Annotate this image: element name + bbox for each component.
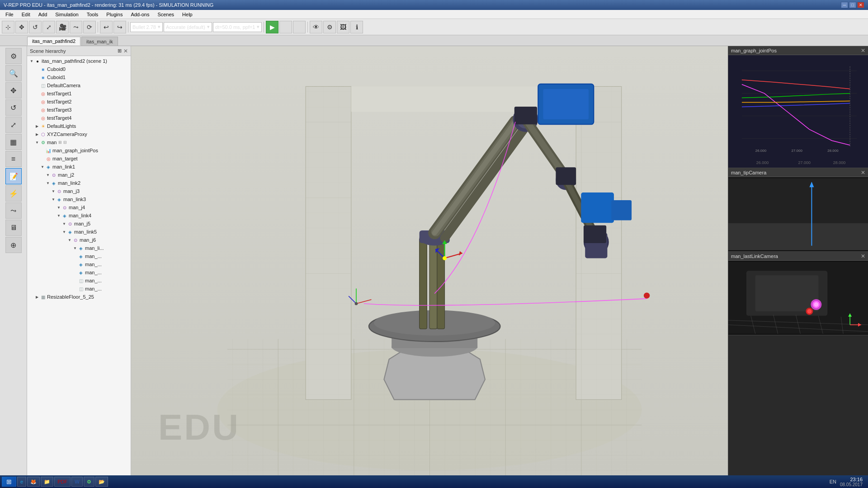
tree-item-man-link4[interactable]: ▼ ◈ man_link4 (27, 211, 131, 220)
tab-pathfind2[interactable]: itas_man_pathfind2 (27, 37, 80, 46)
stop-button[interactable]: ⏹ (293, 21, 306, 33)
sidebar-collision-btn[interactable]: ⚡ (5, 185, 22, 202)
separator-3 (264, 22, 264, 33)
scene-panel-expand-btn[interactable]: ⊞ (118, 48, 122, 54)
graph-panel-header: man_graph_jointPos ✕ (728, 46, 868, 55)
menu-addons[interactable]: Add-ons (127, 11, 153, 18)
tree-item-man-j5[interactable]: ▼ ⊙ man_j5 (27, 220, 131, 228)
scene-panel-close-btn[interactable]: ✕ (123, 48, 128, 54)
sidebar-ui-btn[interactable]: 🖥 (5, 220, 22, 236)
graph-panel-close[interactable]: ✕ (861, 47, 865, 54)
toolbar-camera[interactable]: 🎥 (56, 21, 69, 33)
menu-file[interactable]: File (2, 11, 17, 18)
tree-item-xyz-proxy[interactable]: ▶ ⬡ XYZCameraProxy (27, 130, 131, 138)
toolbar-undo[interactable]: ↩ (100, 21, 113, 33)
toolbar-redo[interactable]: ↪ (113, 21, 126, 33)
sidebar-script-btn[interactable]: 📝 (5, 168, 22, 184)
calc-mode-dropdown[interactable]: Accurate (default) ▾ (164, 22, 212, 32)
tree-item-man-j6[interactable]: ▼ ⊙ man_j6 (27, 236, 131, 244)
minimize-button[interactable]: ─ (841, 2, 848, 8)
viewport-3d[interactable]: EDU (131, 46, 728, 475)
tree-item-man-sub1[interactable]: ◈ man_... (27, 252, 131, 260)
tree-item-man-sub3[interactable]: ◈ man_... (27, 268, 131, 277)
scene-panel-title: Scene hierarchy (30, 48, 66, 54)
toolbar-move[interactable]: ✥ (15, 21, 28, 33)
toolbar-ik[interactable]: ⟳ (83, 21, 96, 33)
tree-item-man-target[interactable]: ◎ man_target (27, 155, 131, 163)
sidebar-layers-btn[interactable]: ≡ (5, 151, 22, 167)
taskbar-ie[interactable]: e (17, 477, 26, 487)
menu-plugins[interactable]: Plugins (103, 11, 126, 18)
tree-item-man-sub2[interactable]: ◈ man_... (27, 260, 131, 268)
toolbar-rotate[interactable]: ↺ (29, 21, 42, 33)
vrep-icon: ⚙ (87, 479, 91, 485)
toolbar-path[interactable]: ⤳ (70, 21, 82, 33)
graph-icon: 📊 (45, 147, 52, 154)
tree-item-test-target2[interactable]: ◎ testTarget2 (27, 98, 131, 106)
sidebar-addon-btn[interactable]: ⊕ (5, 237, 22, 253)
tree-item-default-lights[interactable]: ▶ ☀ DefaultLights (27, 122, 131, 130)
taskbar-word[interactable]: W (71, 477, 82, 487)
menu-simulation[interactable]: Simulation (52, 11, 82, 18)
menu-help[interactable]: Help (179, 11, 196, 18)
tree-item-man-link5[interactable]: ▼ ◈ man_link5 (27, 228, 131, 236)
play-button[interactable]: ▶ (266, 21, 278, 33)
sub4-icon: ◫ (78, 277, 84, 284)
tree-item-man-j4[interactable]: ▼ ⊙ man_j4 (27, 203, 131, 211)
toolbar-render[interactable]: 🖼 (337, 21, 349, 33)
menu-add[interactable]: Add (35, 11, 51, 18)
tree-item-cuboid1[interactable]: ■ Cuboid1 (27, 73, 131, 81)
tree-item-test-target3[interactable]: ◎ testTarget3 (27, 106, 131, 114)
toolbar-info[interactable]: ℹ (350, 21, 363, 33)
physics-engine-label: Bullet 2.78 (132, 24, 156, 30)
lastlink-camera-close[interactable]: ✕ (861, 253, 865, 259)
tree-item-man-graph[interactable]: 📊 man_graph_jointPos (27, 146, 131, 155)
dt-dropdown[interactable]: dt=50.0 ms, ppf=1 ▾ (213, 22, 262, 32)
tree-item-man-j3[interactable]: ▼ ⊙ man_j3 (27, 187, 131, 195)
sidebar-move-btn[interactable]: ✥ (5, 82, 22, 99)
sidebar-scale-btn[interactable]: ⤢ (5, 117, 22, 133)
spacer (34, 83, 40, 88)
close-button[interactable]: ✕ (857, 2, 864, 8)
tree-item-scene[interactable]: ▼ ● itas_man_pathfind2 (scene 1) (27, 57, 131, 65)
tree-label-man-target: man_target (52, 156, 78, 161)
tree-item-cuboid0[interactable]: ■ Cuboid0 (27, 65, 131, 73)
sidebar-zoom-btn[interactable]: 🔍 (5, 65, 22, 81)
tree-item-man-link3[interactable]: ▼ ◈ man_link3 (27, 195, 131, 203)
taskbar-pdf[interactable]: PDF (54, 477, 71, 487)
menu-scenes[interactable]: Scenes (154, 11, 178, 18)
pause-button[interactable]: ⏸ (279, 21, 292, 33)
sidebar-path-btn[interactable]: ⤳ (5, 202, 22, 219)
taskbar-folder2[interactable]: 📂 (95, 477, 108, 487)
tip-camera-close[interactable]: ✕ (861, 169, 865, 176)
tree-item-man-j2[interactable]: ▼ ⊙ man_j2 (27, 171, 131, 179)
tree-item-test-target4[interactable]: ◎ testTarget4 (27, 114, 131, 122)
sidebar-settings-btn[interactable]: ⚙ (5, 48, 22, 64)
start-button[interactable]: ⊞ (2, 477, 16, 487)
physics-engine-dropdown[interactable]: Bullet 2.78 ▾ (130, 22, 163, 32)
sidebar-rotate-btn[interactable]: ↺ (5, 99, 22, 116)
taskbar-vrep[interactable]: ⚙ (84, 477, 94, 487)
tree-item-man-sub5[interactable]: ◫ man_... (27, 285, 131, 293)
sidebar-grid-btn[interactable]: ▦ (5, 134, 22, 150)
graph-tick-3: 28.000 (833, 160, 846, 165)
tree-item-man-linksub[interactable]: ▼ ◈ man_li... (27, 244, 131, 252)
toolbar-select[interactable]: ⊹ (2, 21, 14, 33)
toolbar-settings[interactable]: ⚙ (323, 21, 336, 33)
graph-svg: 26.000 27.000 28.000 (728, 55, 868, 168)
tree-item-default-camera[interactable]: ◫ DefaultCamera (27, 81, 131, 89)
tree-item-man-sub4[interactable]: ◫ man_... (27, 277, 131, 285)
menu-tools[interactable]: Tools (83, 11, 102, 18)
tab-ik[interactable]: itas_man_ik (81, 37, 118, 46)
toolbar-scale[interactable]: ⤢ (42, 21, 55, 33)
taskbar-explorer[interactable]: 📁 (41, 477, 53, 487)
tree-item-man-link1[interactable]: ▼ ◈ man_link1 (27, 163, 131, 171)
menu-edit[interactable]: Edit (18, 11, 34, 18)
maximize-button[interactable]: □ (849, 2, 856, 8)
tree-item-test-target1[interactable]: ◎ testTarget1 (27, 89, 131, 98)
tree-item-man[interactable]: ▼ ⚙ man ⊞ ⊟ (27, 138, 131, 146)
tree-item-man-link2[interactable]: ▼ ◈ man_link2 (27, 179, 131, 187)
toolbar-camera-follow[interactable]: 👁 (310, 21, 322, 33)
taskbar-firefox[interactable]: 🦊 (27, 477, 40, 487)
tree-item-floor[interactable]: ▶ ▦ ResizableFloor_5_25 (27, 293, 131, 301)
